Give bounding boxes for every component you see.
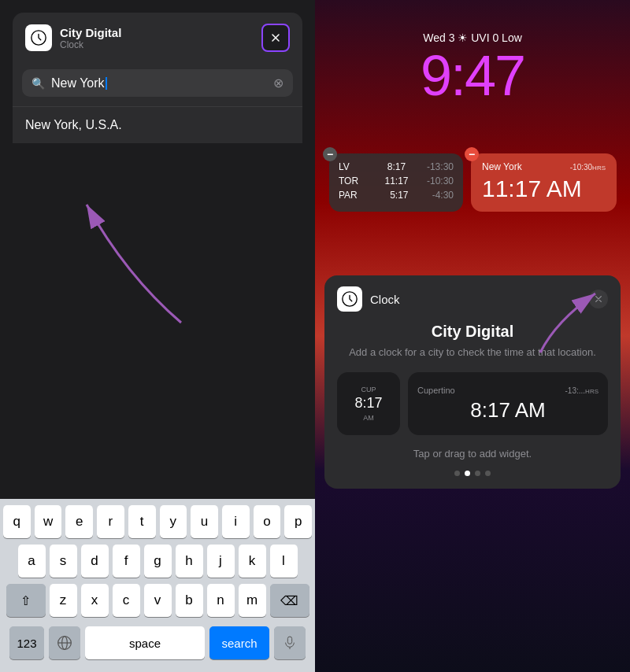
key-delete[interactable]: ⌫ <box>270 584 309 617</box>
left-panel: City Digital Clock 🔍 New York ⊗ New York… <box>0 0 315 672</box>
dot-1 <box>454 471 460 476</box>
key-u[interactable]: u <box>191 505 218 538</box>
key-d[interactable]: d <box>81 545 109 578</box>
key-y[interactable]: y <box>160 505 187 538</box>
clear-button[interactable]: ⊗ <box>273 76 284 90</box>
ny-label-row: New York -10:30HRS <box>482 161 606 172</box>
keyboard-row-3: ⇧ z x c v b n m ⌫ <box>3 584 312 617</box>
large-widget-option[interactable]: Cupertino -13:...HRS 8:17 AM <box>408 372 608 435</box>
right-panel: Wed 3 ☀ UVI 0 Low 9:47 − LV 8:17 -13:30 … <box>315 0 630 672</box>
small-widget-ampm: AM <box>363 414 374 423</box>
key-e[interactable]: e <box>65 505 93 538</box>
key-v[interactable]: v <box>144 584 172 617</box>
close-button[interactable] <box>261 24 290 52</box>
date-text: Wed 3 ☀ UVI 0 Low <box>423 31 522 44</box>
key-z[interactable]: z <box>50 584 77 617</box>
wc-time-lv: 8:17 <box>387 161 406 172</box>
search-input[interactable]: New York <box>51 76 267 90</box>
date-row: Wed 3 ☀ UVI 0 Low <box>315 31 630 44</box>
key-space[interactable]: space <box>85 626 205 659</box>
wc-minus-button[interactable]: − <box>323 147 337 161</box>
key-j[interactable]: j <box>207 545 235 578</box>
keyboard-row-1: q w e r t y u i o p <box>3 505 312 538</box>
wc-row-lv: LV 8:17 -13:30 <box>339 161 454 172</box>
ny-minus-button[interactable]: − <box>465 147 479 161</box>
dot-4 <box>485 471 491 476</box>
search-bar[interactable]: 🔍 New York ⊗ <box>22 69 293 97</box>
dot-2-active <box>465 471 470 476</box>
ny-time: 11:17 AM <box>482 175 606 202</box>
search-result-item[interactable]: New York, U.S.A. <box>13 106 302 143</box>
right-arrow-container <box>524 282 619 364</box>
wc-city-par: PAR <box>339 190 366 201</box>
keyboard-row-4: 123 space search <box>3 623 312 669</box>
small-widget-option[interactable]: CUP 8:17 AM <box>337 372 400 435</box>
wc-city-tor: TOR <box>339 175 366 186</box>
ny-city-name: New York <box>482 161 522 172</box>
widget-app: Clock <box>60 39 121 50</box>
result-text: New York, U.S.A. <box>25 118 122 131</box>
wc-city-lv: LV <box>339 161 366 172</box>
keyboard: q w e r t y u i o p a s d f g h j k l ⇧ … <box>0 499 315 672</box>
search-icon: 🔍 <box>32 77 45 90</box>
large-widget-offset: -13:...HRS <box>565 386 598 395</box>
search-value: New York <box>51 76 105 90</box>
wc-offset-par: -4:30 <box>432 190 454 201</box>
search-container: 🔍 New York ⊗ <box>13 63 302 106</box>
key-search[interactable]: search <box>209 626 269 659</box>
widget-header: City Digital Clock <box>13 13 302 63</box>
large-widget-time: 8:17 AM <box>417 398 598 423</box>
lock-time: 9:47 <box>315 47 630 104</box>
key-b[interactable]: b <box>176 584 203 617</box>
key-m[interactable]: m <box>239 584 266 617</box>
key-l[interactable]: l <box>270 545 298 578</box>
wc-time-tor: 11:17 <box>384 175 408 186</box>
small-widget-cup: CUP <box>361 386 376 394</box>
modal-header-title: Clock <box>370 293 400 306</box>
key-c[interactable]: c <box>113 584 140 617</box>
key-t[interactable]: t <box>128 505 156 538</box>
key-i[interactable]: i <box>222 505 250 538</box>
world-clock-widget[interactable]: − LV 8:17 -13:30 TOR 11:17 -10:30 PAR 5:… <box>329 153 463 212</box>
mic-key[interactable] <box>274 626 306 659</box>
dot-3 <box>475 471 480 476</box>
key-shift[interactable]: ⇧ <box>6 584 46 617</box>
key-numbers[interactable]: 123 <box>9 626 44 659</box>
ny-clock-widget[interactable]: − New York -10:30HRS 11:17 AM <box>471 153 617 212</box>
wc-offset-tor: -10:30 <box>427 175 454 186</box>
key-a[interactable]: a <box>18 545 46 578</box>
lockscreen-info: Wed 3 ☀ UVI 0 Low 9:47 <box>315 31 630 104</box>
key-h[interactable]: h <box>176 545 203 578</box>
key-n[interactable]: n <box>207 584 235 617</box>
clock-app-icon <box>25 24 52 51</box>
small-widget-time: 8:17 <box>354 395 382 412</box>
modal-clock-icon <box>337 286 362 312</box>
widget-options: CUP 8:17 AM Cupertino -13:...HRS 8:17 AM <box>337 372 608 435</box>
wc-time-par: 5:17 <box>390 190 408 201</box>
key-o[interactable]: o <box>254 505 281 538</box>
wc-row-tor: TOR 11:17 -10:30 <box>339 175 454 186</box>
globe-key[interactable] <box>49 626 80 659</box>
key-g[interactable]: g <box>144 545 172 578</box>
key-s[interactable]: s <box>50 545 77 578</box>
right-purple-arrow <box>524 282 619 360</box>
key-q[interactable]: q <box>3 505 31 538</box>
svg-rect-4 <box>287 637 291 644</box>
key-k[interactable]: k <box>239 545 266 578</box>
page-dots <box>337 471 608 476</box>
key-r[interactable]: r <box>97 505 124 538</box>
large-widget-city: Cupertino <box>417 386 455 395</box>
key-f[interactable]: f <box>113 545 140 578</box>
text-cursor <box>106 77 107 90</box>
key-w[interactable]: w <box>35 505 62 538</box>
tap-instruction: Tap or drag to add widget. <box>337 448 608 460</box>
wc-offset-lv: -13:30 <box>427 161 454 172</box>
wc-row-par: PAR 5:17 -4:30 <box>339 190 454 201</box>
key-p[interactable]: p <box>284 505 312 538</box>
header-left: City Digital Clock <box>25 24 121 51</box>
purple-arrow-svg <box>63 181 205 338</box>
ny-offset-text: -10:30HRS <box>570 163 606 172</box>
header-text: City Digital Clock <box>60 26 121 50</box>
arrow-indicator <box>63 181 220 338</box>
key-x[interactable]: x <box>81 584 109 617</box>
